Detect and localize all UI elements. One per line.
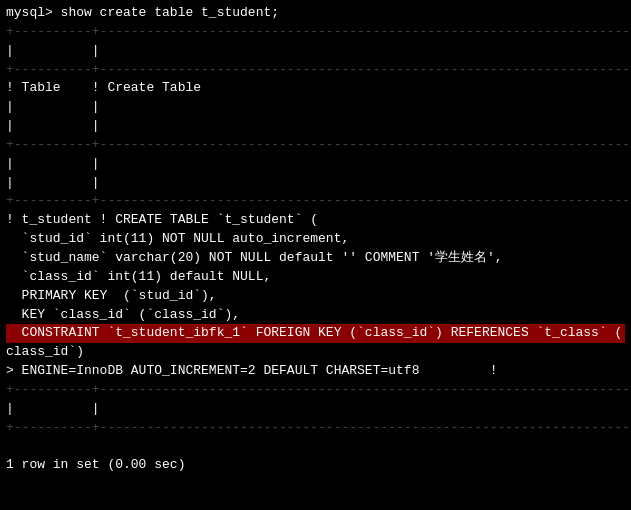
terminal-window: mysql> show create table t_student; +---… (0, 0, 631, 510)
result-line: 1 row in set (0.00 sec) (6, 456, 625, 475)
empty-7 (6, 437, 625, 456)
constraint-line: CONSTRAINT `t_student_ibfk_1` FOREIGN KE… (6, 324, 625, 343)
stud-id-line: `stud_id` int(11) NOT NULL auto_incremen… (6, 230, 625, 249)
separator-1: +----------+----------------------------… (6, 23, 625, 42)
empty-2: | | | (6, 98, 625, 117)
separator-6: +----------+----------------------------… (6, 419, 625, 438)
stud-name-line: `stud_name` varchar(20) NOT NULL default… (6, 249, 625, 268)
separator-4: +----------+----------------------------… (6, 192, 625, 211)
separator-3: +----------+----------------------------… (6, 136, 625, 155)
header-row: ! Table ! Create Table (6, 79, 625, 98)
primary-key-line: PRIMARY KEY (`stud_id`), (6, 287, 625, 306)
separator-2: +----------+----------------------------… (6, 61, 625, 80)
empty-1: | | | (6, 42, 625, 61)
class-id-line: `class_id` int(11) default NULL, (6, 268, 625, 287)
engine-line: > ENGINE=InnoDB AUTO_INCREMENT=2 DEFAULT… (6, 362, 625, 381)
class-id-ref-line: class_id`) (6, 343, 625, 362)
separator-5: +----------+----------------------------… (6, 381, 625, 400)
empty-4: | | | (6, 155, 625, 174)
empty-5: | | | (6, 174, 625, 193)
empty-6: | | | (6, 400, 625, 419)
command-line: mysql> show create table t_student; (6, 4, 625, 23)
create-table-start: ! t_student ! CREATE TABLE `t_student` ( (6, 211, 625, 230)
key-line: KEY `class_id` (`class_id`), (6, 306, 625, 325)
empty-3: | | !| (6, 117, 625, 136)
